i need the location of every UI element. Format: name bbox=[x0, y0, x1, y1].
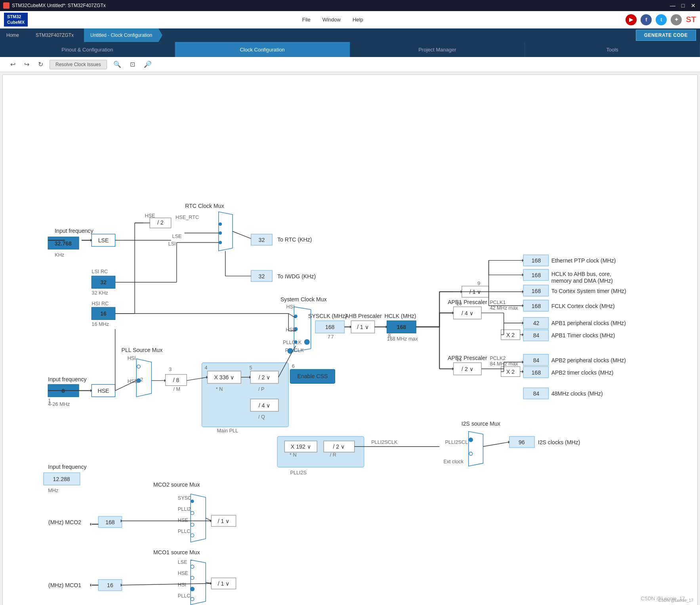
svg-point-238 bbox=[191, 534, 194, 537]
svg-point-37 bbox=[219, 223, 222, 226]
svg-text:APB2 Prescaler: APB2 Prescaler bbox=[448, 355, 487, 361]
clock-diagram-container: Input frequency 32.768 KHz LSE LSI RC 32… bbox=[2, 74, 698, 605]
menu-file[interactable]: File bbox=[302, 17, 311, 23]
svg-text:LSE: LSE bbox=[98, 237, 109, 244]
svg-point-255 bbox=[191, 576, 194, 579]
svg-text:FCLK Cortex clock (MHz): FCLK Cortex clock (MHz) bbox=[551, 303, 615, 309]
svg-text:/ 2 ∨: / 2 ∨ bbox=[462, 366, 473, 372]
svg-text:PLLCLK: PLLCLK bbox=[283, 340, 302, 345]
minimize-button[interactable]: — bbox=[669, 2, 676, 9]
watermark: CSDN @Leonie_17 bbox=[658, 598, 693, 603]
fit-button[interactable]: ⊡ bbox=[128, 59, 137, 70]
tab-clock[interactable]: Clock Configuration bbox=[175, 42, 350, 57]
svg-text:System Clock Mux: System Clock Mux bbox=[280, 296, 327, 302]
svg-text:168: 168 bbox=[532, 272, 541, 278]
svg-text:Enable CSS: Enable CSS bbox=[297, 373, 328, 379]
generate-code-button[interactable]: GENERATE CODE bbox=[636, 30, 696, 41]
logo-text: STM32CubeMX bbox=[4, 13, 28, 26]
breadcrumb-home[interactable]: Home bbox=[0, 29, 25, 42]
svg-text:MHz: MHz bbox=[48, 488, 58, 493]
menu-help[interactable]: Help bbox=[353, 17, 363, 23]
svg-text:Ethernet PTP clock (MHz): Ethernet PTP clock (MHz) bbox=[551, 257, 616, 264]
svg-text:5: 5 bbox=[249, 365, 252, 371]
svg-text:/ Q: / Q bbox=[258, 414, 265, 420]
network-icon[interactable]: ✦ bbox=[671, 14, 682, 25]
svg-text:* N: * N bbox=[290, 452, 297, 458]
svg-text:84: 84 bbox=[533, 332, 540, 339]
svg-text:(MHz) MCO1: (MHz) MCO1 bbox=[48, 582, 81, 588]
svg-text:/ 2 ∨: / 2 ∨ bbox=[333, 443, 345, 450]
resolve-clock-button[interactable]: Resolve Clock Issues bbox=[50, 60, 107, 69]
svg-text:84: 84 bbox=[533, 357, 540, 363]
svg-text:HSI: HSI bbox=[178, 582, 186, 588]
svg-point-237 bbox=[191, 523, 194, 526]
redo-button[interactable]: ↪ bbox=[22, 59, 32, 70]
svg-text:X 192 ∨: X 192 ∨ bbox=[291, 443, 311, 450]
svg-text:168: 168 bbox=[532, 303, 541, 309]
svg-marker-166 bbox=[136, 359, 151, 397]
tab-bar: Pinout & Configuration Clock Configurati… bbox=[0, 42, 700, 57]
maximize-button[interactable]: □ bbox=[679, 2, 687, 9]
svg-text:HSI RC: HSI RC bbox=[92, 301, 109, 306]
svg-text:To IWDG (KHz): To IWDG (KHz) bbox=[277, 273, 316, 280]
svg-text:168: 168 bbox=[532, 369, 541, 376]
title-bar: STM32CubeMX Untitled*: STM32F407ZGTx — □… bbox=[0, 0, 700, 11]
twitter-icon[interactable]: t bbox=[656, 14, 667, 25]
svg-text:PLLI2SCLK: PLLI2SCLK bbox=[445, 439, 471, 445]
breadcrumb-active[interactable]: Untitled - Clock Configuration bbox=[84, 29, 158, 42]
logo: STM32CubeMX bbox=[4, 13, 28, 26]
svg-text:42: 42 bbox=[533, 320, 540, 326]
tab-tools[interactable]: Tools bbox=[525, 42, 700, 57]
svg-text:AHB Prescaler: AHB Prescaler bbox=[345, 313, 382, 319]
youtube-icon[interactable]: ▶ bbox=[626, 14, 637, 25]
svg-text:168: 168 bbox=[532, 288, 541, 294]
svg-text:7: 7 bbox=[331, 334, 334, 340]
svg-text:memory and DMA (MHz): memory and DMA (MHz) bbox=[551, 278, 613, 284]
zoom-out-button[interactable]: 🔎 bbox=[141, 59, 154, 70]
svg-text:I2S source Mux: I2S source Mux bbox=[462, 420, 500, 427]
svg-text:APB2 peripheral clocks (MHz): APB2 peripheral clocks (MHz) bbox=[551, 357, 626, 363]
svg-text:1: 1 bbox=[48, 398, 51, 403]
tab-pinout[interactable]: Pinout & Configuration bbox=[0, 42, 175, 57]
refresh-button[interactable]: ↻ bbox=[36, 59, 46, 70]
tab-project[interactable]: Project Manager bbox=[350, 42, 525, 57]
svg-text:42 MHz max: 42 MHz max bbox=[490, 305, 518, 311]
svg-text:APB1 Timer clocks (MHz): APB1 Timer clocks (MHz) bbox=[551, 332, 615, 339]
svg-text:RTC Clock Mux: RTC Clock Mux bbox=[185, 203, 224, 209]
svg-point-68 bbox=[304, 339, 310, 345]
close-button[interactable]: ✕ bbox=[690, 2, 697, 9]
svg-text:HSE: HSE bbox=[128, 379, 138, 384]
svg-text:/ R: / R bbox=[330, 452, 336, 458]
svg-text:3: 3 bbox=[169, 367, 172, 372]
svg-text:* N: * N bbox=[216, 386, 223, 392]
svg-text:7: 7 bbox=[328, 334, 330, 340]
svg-text:/ 2: / 2 bbox=[157, 219, 164, 226]
svg-text:/ 1 ∨: / 1 ∨ bbox=[357, 324, 369, 330]
zoom-in-button[interactable]: 🔍 bbox=[111, 59, 124, 70]
svg-point-167 bbox=[137, 365, 140, 368]
svg-text:HCLK (MHz): HCLK (MHz) bbox=[385, 313, 416, 319]
svg-text:/ 1 ∨: / 1 ∨ bbox=[218, 518, 230, 524]
svg-text:APB2 timer clocks (MHz): APB2 timer clocks (MHz) bbox=[551, 369, 614, 376]
facebook-icon[interactable]: f bbox=[641, 14, 652, 25]
breadcrumb-device[interactable]: STM32F407ZGTx bbox=[29, 29, 80, 42]
svg-point-222 bbox=[469, 452, 472, 455]
svg-text:Input frequency: Input frequency bbox=[48, 464, 87, 470]
svg-text:168: 168 bbox=[105, 519, 115, 525]
undo-button[interactable]: ↩ bbox=[8, 59, 18, 70]
svg-text:HCLK to AHB bus, core,: HCLK to AHB bus, core, bbox=[551, 271, 611, 277]
svg-text:PCLK1: PCLK1 bbox=[490, 300, 505, 305]
clock-diagram: Input frequency 32.768 KHz LSE LSI RC 32… bbox=[3, 75, 697, 605]
svg-text:HSE_RTC: HSE_RTC bbox=[175, 215, 199, 220]
svg-text:168 MHz max: 168 MHz max bbox=[387, 336, 418, 342]
clock-svg: Input frequency 32.768 KHz LSE LSI RC 32… bbox=[3, 75, 697, 605]
menu-window[interactable]: Window bbox=[322, 17, 341, 23]
svg-text:4-26 MHz: 4-26 MHz bbox=[48, 401, 70, 407]
svg-text:32.768: 32.768 bbox=[55, 240, 72, 247]
svg-text:SYSCLK (MHz): SYSCLK (MHz) bbox=[308, 313, 347, 319]
svg-text:PCLK2: PCLK2 bbox=[490, 356, 505, 361]
menu-bar: STM32CubeMX File Window Help ▶ f t ✦ ST bbox=[0, 11, 700, 29]
svg-text:/ P: / P bbox=[258, 386, 265, 392]
svg-text:6: 6 bbox=[292, 363, 295, 369]
svg-point-39 bbox=[219, 241, 222, 244]
